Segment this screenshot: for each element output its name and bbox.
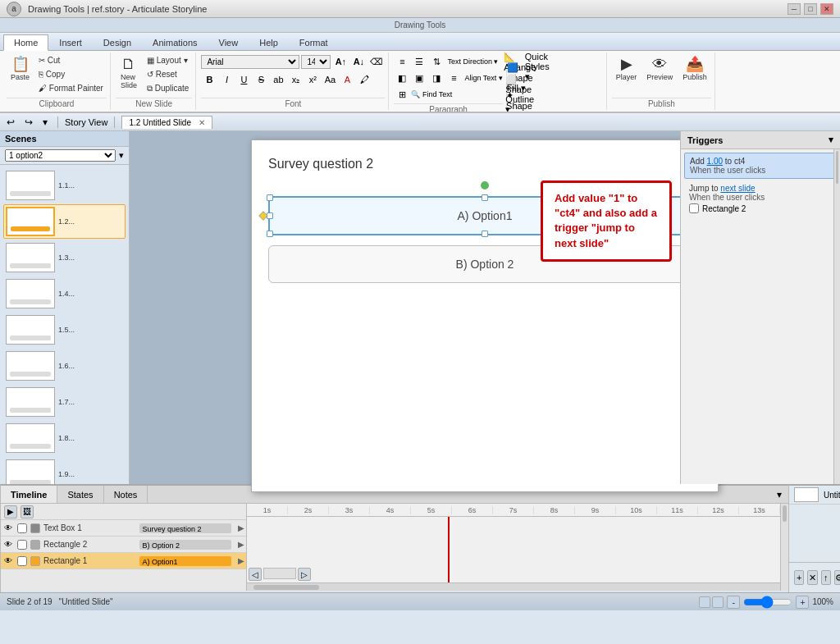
font-shrink-button[interactable]: A↓	[350, 54, 367, 69]
shape-effects-button[interactable]: ✦ Shape Effects ▾	[512, 103, 528, 113]
clear-format-button[interactable]: ⌫	[368, 54, 385, 69]
layers-delete-btn[interactable]: ✕	[807, 570, 817, 585]
font-family-select[interactable]: Arial	[201, 55, 299, 69]
underline-button[interactable]: U	[235, 72, 252, 87]
tab-animations[interactable]: Animations	[142, 34, 208, 50]
slide-thumb-1-7[interactable]: 1.7...	[3, 385, 126, 419]
layers-up-btn[interactable]: ↑	[821, 570, 831, 585]
tab-design[interactable]: Design	[93, 34, 142, 50]
story-view-label[interactable]: Story View	[65, 117, 107, 127]
undo-button[interactable]: ↩	[3, 115, 18, 130]
tab-insert[interactable]: Insert	[48, 34, 93, 50]
text-direction-button[interactable]: ⇅	[428, 54, 445, 69]
columns-button[interactable]: ⊞	[394, 87, 410, 102]
track-textbox1[interactable]: 👁 Text Box 1 Survey question 2 ▶	[1, 520, 246, 537]
timeline-play-btn[interactable]: ▶	[4, 505, 17, 518]
copy-button[interactable]: ⎘ Copy	[35, 68, 107, 80]
trigger-item-2[interactable]: Jump to next slide When the user clicks …	[684, 180, 837, 217]
slide-thumb-1-9[interactable]: 1.9...	[3, 457, 126, 484]
triggers-scrollbar-thumb[interactable]	[836, 151, 838, 184]
slide-thumb-1-8[interactable]: 1.8...	[3, 421, 126, 455]
timeline-nav-next[interactable]: ▷	[298, 568, 311, 581]
track-rect1-arrow[interactable]: ▶	[238, 556, 244, 565]
handle-tc[interactable]	[482, 194, 488, 201]
italic-button[interactable]: I	[218, 72, 235, 87]
bold-button[interactable]: B	[201, 72, 217, 87]
font-color-button[interactable]: A	[339, 72, 355, 87]
format-painter-button[interactable]: 🖌 Format Painter	[35, 82, 107, 94]
font-size-select[interactable]: 14	[301, 55, 331, 69]
track-rect2[interactable]: 👁 Rectangle 2 B) Option 2 ▶	[1, 537, 246, 553]
slide-thumb-1-5[interactable]: 1.5...	[3, 313, 126, 347]
trigger-2-checkbox[interactable]	[689, 203, 699, 213]
track-textbox1-arrow[interactable]: ▶	[238, 523, 244, 532]
slide-tab-close[interactable]: ✕	[199, 118, 205, 127]
slide-thumb-1-3[interactable]: 1.3...	[3, 240, 126, 275]
window-controls[interactable]: ─ □ ✕	[788, 3, 833, 15]
track-textbox1-eye[interactable]: 👁	[2, 523, 14, 532]
zoom-out-button[interactable]: -	[727, 596, 740, 609]
track-rect1[interactable]: 👁 Rectangle 1 A) Option1 ▶	[1, 553, 246, 569]
slide-thumb-1-6[interactable]: 1.6...	[3, 349, 126, 383]
tab-timeline[interactable]: Timeline	[1, 486, 57, 503]
case-button[interactable]: Aa	[322, 72, 338, 87]
cut-button[interactable]: ✂ Cut	[35, 54, 107, 66]
slide-tab[interactable]: 1.2 Untitled Slide ✕	[121, 116, 212, 129]
subscript-button[interactable]: x₂	[287, 72, 304, 87]
new-slide-button[interactable]: 🗋 NewSlide	[116, 54, 142, 92]
redo-button[interactable]: ↪	[21, 115, 36, 130]
view-btn-2[interactable]	[712, 596, 724, 608]
reset-button[interactable]: ↺ Reset	[144, 68, 192, 80]
tab-view[interactable]: View	[208, 34, 249, 50]
slide-thumb-1-4[interactable]: 1.4...	[3, 276, 126, 311]
layout-button[interactable]: ▦ Layout ▾	[144, 54, 192, 66]
track-rect1-check[interactable]	[17, 556, 27, 566]
timeline-nav-prev[interactable]: ◁	[249, 568, 262, 581]
layers-settings-btn[interactable]: ⚙	[834, 570, 840, 585]
timeline-position-bar[interactable]	[263, 568, 296, 579]
track-rect1-eye[interactable]: 👁	[2, 556, 14, 565]
track-textbox1-check[interactable]	[17, 523, 27, 533]
numbering-button[interactable]: ☰	[411, 54, 427, 69]
align-right-button[interactable]: ◨	[428, 71, 445, 85]
trigger-item-1[interactable]: Add 1.00 to ct4 When the user clicks	[684, 153, 837, 179]
grid-view-btn[interactable]	[699, 596, 724, 608]
tab-format[interactable]: Format	[289, 34, 339, 50]
tab-states[interactable]: States	[57, 486, 103, 503]
playhead[interactable]	[448, 517, 450, 591]
highlight-button[interactable]: 🖍	[356, 72, 372, 87]
maximize-button[interactable]: □	[804, 3, 817, 15]
justify-button[interactable]: ≡	[445, 71, 462, 85]
handle-bc[interactable]	[482, 231, 488, 237]
strikethrough-button[interactable]: S	[253, 72, 269, 87]
tab-help[interactable]: Help	[249, 34, 289, 50]
timeline-vscrollbar[interactable]	[780, 504, 788, 591]
handle-tl[interactable]	[267, 194, 273, 201]
triggers-expand-icon[interactable]: ▾	[829, 135, 833, 145]
close-button[interactable]: ✕	[820, 3, 833, 15]
minimize-button[interactable]: ─	[788, 3, 801, 15]
slide-thumb-1-2[interactable]: 1.2...	[3, 204, 126, 239]
duplicate-button[interactable]: ⧉ Duplicate	[144, 82, 192, 95]
track-rect2-check[interactable]	[17, 540, 27, 550]
paste-button[interactable]: 📋 Paste	[7, 54, 34, 84]
handle-bl[interactable]	[267, 231, 273, 237]
track-rect2-eye[interactable]: 👁	[2, 540, 14, 549]
timeline-vscrollbar-thumb[interactable]	[783, 505, 787, 522]
timeline-hscrollbar-thumb[interactable]	[253, 585, 319, 590]
more-button[interactable]: ▾	[39, 115, 51, 130]
timeline-hscrollbar[interactable]	[247, 582, 780, 591]
zoom-slider[interactable]	[743, 596, 792, 609]
scenes-add-btn[interactable]: ▾	[119, 150, 124, 161]
timeline-img-btn[interactable]: 🖼	[21, 505, 34, 518]
view-btn-1[interactable]	[699, 596, 710, 608]
preview-button[interactable]: 👁 Preview	[642, 54, 677, 84]
bullets-button[interactable]: ≡	[394, 54, 410, 69]
superscript-button[interactable]: x²	[304, 72, 321, 87]
tab-home[interactable]: Home	[3, 34, 48, 51]
track-rect2-arrow[interactable]: ▶	[238, 540, 244, 549]
trigger-1-value-link[interactable]: 1.00	[707, 157, 723, 166]
trigger-2-target-link[interactable]: next slide	[720, 184, 755, 193]
align-center-button[interactable]: ▣	[411, 71, 427, 85]
triggers-scrollbar[interactable]	[833, 149, 840, 484]
